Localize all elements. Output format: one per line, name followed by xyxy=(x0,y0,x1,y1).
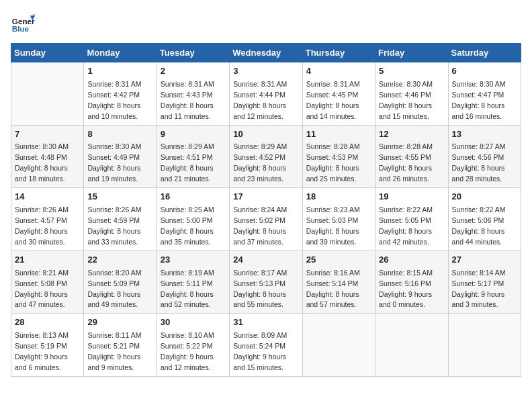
calendar-cell: 3Sunrise: 8:31 AM Sunset: 4:44 PM Daylig… xyxy=(230,62,302,126)
calendar-cell: 26Sunrise: 8:15 AM Sunset: 5:16 PM Dayli… xyxy=(375,250,448,314)
day-number: 8 xyxy=(87,128,152,141)
day-info: Sunrise: 8:31 AM Sunset: 4:43 PM Dayligh… xyxy=(161,80,214,120)
day-number: 2 xyxy=(161,65,226,78)
calendar-cell: 24Sunrise: 8:17 AM Sunset: 5:13 PM Dayli… xyxy=(230,250,302,314)
day-number: 14 xyxy=(15,191,80,203)
calendar-cell: 11Sunrise: 8:28 AM Sunset: 4:53 PM Dayli… xyxy=(302,125,375,188)
day-info: Sunrise: 8:22 AM Sunset: 5:06 PM Dayligh… xyxy=(452,205,506,246)
calendar-cell: 25Sunrise: 8:16 AM Sunset: 5:14 PM Dayli… xyxy=(302,250,375,314)
day-info: Sunrise: 8:30 AM Sunset: 4:49 PM Dayligh… xyxy=(87,142,141,183)
day-info: Sunrise: 8:15 AM Sunset: 5:16 PM Dayligh… xyxy=(379,269,433,309)
calendar-cell xyxy=(448,314,521,377)
day-number: 23 xyxy=(161,254,226,267)
calendar-cell: 10Sunrise: 8:29 AM Sunset: 4:52 PM Dayli… xyxy=(230,125,302,188)
day-number: 5 xyxy=(379,65,444,78)
svg-text:Blue: Blue xyxy=(12,24,30,33)
day-number: 11 xyxy=(306,128,371,141)
day-number: 4 xyxy=(306,65,371,78)
day-info: Sunrise: 8:10 AM Sunset: 5:22 PM Dayligh… xyxy=(161,331,214,371)
calendar-cell: 7Sunrise: 8:30 AM Sunset: 4:48 PM Daylig… xyxy=(11,125,84,188)
day-number: 16 xyxy=(161,191,226,203)
day-info: Sunrise: 8:16 AM Sunset: 5:14 PM Dayligh… xyxy=(306,269,360,309)
day-number: 29 xyxy=(87,316,152,329)
calendar-cell xyxy=(375,314,448,377)
calendar-cell: 21Sunrise: 8:21 AM Sunset: 5:08 PM Dayli… xyxy=(11,250,84,314)
day-info: Sunrise: 8:31 AM Sunset: 4:45 PM Dayligh… xyxy=(306,80,360,120)
header-tuesday: Tuesday xyxy=(157,44,229,62)
day-info: Sunrise: 8:28 AM Sunset: 4:53 PM Dayligh… xyxy=(306,142,360,183)
day-info: Sunrise: 8:29 AM Sunset: 4:51 PM Dayligh… xyxy=(161,142,214,183)
day-number: 20 xyxy=(452,191,517,203)
day-number: 1 xyxy=(87,65,152,78)
day-number: 12 xyxy=(379,128,444,141)
calendar-cell: 19Sunrise: 8:22 AM Sunset: 5:05 PM Dayli… xyxy=(375,188,448,251)
day-number: 13 xyxy=(452,128,517,141)
day-number: 28 xyxy=(15,316,80,329)
day-number: 19 xyxy=(379,191,444,203)
header-sunday: Sunday xyxy=(11,44,84,62)
day-number: 3 xyxy=(233,65,298,78)
calendar-header-row: SundayMondayTuesdayWednesdayThursdayFrid… xyxy=(11,44,521,62)
day-number: 30 xyxy=(161,316,226,329)
calendar-cell: 17Sunrise: 8:24 AM Sunset: 5:02 PM Dayli… xyxy=(230,188,302,251)
day-info: Sunrise: 8:25 AM Sunset: 5:00 PM Dayligh… xyxy=(161,205,214,246)
calendar-cell: 20Sunrise: 8:22 AM Sunset: 5:06 PM Dayli… xyxy=(448,188,521,251)
calendar-cell: 13Sunrise: 8:27 AM Sunset: 4:56 PM Dayli… xyxy=(448,125,521,188)
day-info: Sunrise: 8:19 AM Sunset: 5:11 PM Dayligh… xyxy=(161,269,214,309)
calendar-cell: 22Sunrise: 8:20 AM Sunset: 5:09 PM Dayli… xyxy=(84,250,157,314)
calendar-cell: 12Sunrise: 8:28 AM Sunset: 4:55 PM Dayli… xyxy=(375,125,448,188)
calendar-cell: 4Sunrise: 8:31 AM Sunset: 4:45 PM Daylig… xyxy=(302,62,375,126)
calendar-cell xyxy=(302,314,375,377)
calendar-table: SundayMondayTuesdayWednesdayThursdayFrid… xyxy=(11,43,521,377)
day-info: Sunrise: 8:30 AM Sunset: 4:46 PM Dayligh… xyxy=(379,80,433,120)
day-info: Sunrise: 8:21 AM Sunset: 5:08 PM Dayligh… xyxy=(15,269,69,309)
week-row-2: 7Sunrise: 8:30 AM Sunset: 4:48 PM Daylig… xyxy=(11,125,521,188)
day-info: Sunrise: 8:14 AM Sunset: 5:17 PM Dayligh… xyxy=(452,269,506,309)
day-number: 17 xyxy=(233,191,298,203)
day-number: 15 xyxy=(87,191,152,203)
week-row-4: 21Sunrise: 8:21 AM Sunset: 5:08 PM Dayli… xyxy=(11,250,521,314)
calendar-cell: 9Sunrise: 8:29 AM Sunset: 4:51 PM Daylig… xyxy=(157,125,229,188)
day-info: Sunrise: 8:26 AM Sunset: 4:59 PM Dayligh… xyxy=(87,205,141,246)
header-monday: Monday xyxy=(84,44,157,62)
day-info: Sunrise: 8:22 AM Sunset: 5:05 PM Dayligh… xyxy=(379,205,433,246)
day-info: Sunrise: 8:30 AM Sunset: 4:47 PM Dayligh… xyxy=(452,80,506,120)
day-number: 31 xyxy=(233,316,298,329)
page-header: General Blue xyxy=(11,11,521,35)
day-number: 6 xyxy=(452,65,517,78)
calendar-cell: 6Sunrise: 8:30 AM Sunset: 4:47 PM Daylig… xyxy=(448,62,521,126)
day-number: 21 xyxy=(15,254,80,267)
day-info: Sunrise: 8:13 AM Sunset: 5:19 PM Dayligh… xyxy=(15,331,69,371)
calendar-cell: 2Sunrise: 8:31 AM Sunset: 4:43 PM Daylig… xyxy=(157,62,229,126)
calendar-cell: 15Sunrise: 8:26 AM Sunset: 4:59 PM Dayli… xyxy=(84,188,157,251)
logo: General Blue xyxy=(11,11,35,35)
calendar-cell: 18Sunrise: 8:23 AM Sunset: 5:03 PM Dayli… xyxy=(302,188,375,251)
logo-icon: General Blue xyxy=(11,11,35,35)
day-number: 9 xyxy=(161,128,226,141)
day-info: Sunrise: 8:27 AM Sunset: 4:56 PM Dayligh… xyxy=(452,142,506,183)
calendar-cell: 28Sunrise: 8:13 AM Sunset: 5:19 PM Dayli… xyxy=(11,314,84,377)
calendar-cell: 29Sunrise: 8:11 AM Sunset: 5:21 PM Dayli… xyxy=(84,314,157,377)
calendar-cell: 23Sunrise: 8:19 AM Sunset: 5:11 PM Dayli… xyxy=(157,250,229,314)
header-wednesday: Wednesday xyxy=(230,44,302,62)
day-info: Sunrise: 8:09 AM Sunset: 5:24 PM Dayligh… xyxy=(233,331,287,371)
week-row-3: 14Sunrise: 8:26 AM Sunset: 4:57 PM Dayli… xyxy=(11,188,521,251)
day-number: 27 xyxy=(452,254,517,267)
day-number: 10 xyxy=(233,128,298,141)
calendar-cell: 27Sunrise: 8:14 AM Sunset: 5:17 PM Dayli… xyxy=(448,250,521,314)
calendar-cell: 5Sunrise: 8:30 AM Sunset: 4:46 PM Daylig… xyxy=(375,62,448,126)
calendar-cell: 30Sunrise: 8:10 AM Sunset: 5:22 PM Dayli… xyxy=(157,314,229,377)
day-number: 22 xyxy=(87,254,152,267)
day-info: Sunrise: 8:28 AM Sunset: 4:55 PM Dayligh… xyxy=(379,142,433,183)
calendar-cell: 1Sunrise: 8:31 AM Sunset: 4:42 PM Daylig… xyxy=(84,62,157,126)
week-row-1: 1Sunrise: 8:31 AM Sunset: 4:42 PM Daylig… xyxy=(11,62,521,126)
calendar-cell: 16Sunrise: 8:25 AM Sunset: 5:00 PM Dayli… xyxy=(157,188,229,251)
day-info: Sunrise: 8:30 AM Sunset: 4:48 PM Dayligh… xyxy=(15,142,69,183)
day-info: Sunrise: 8:29 AM Sunset: 4:52 PM Dayligh… xyxy=(233,142,287,183)
calendar-cell: 8Sunrise: 8:30 AM Sunset: 4:49 PM Daylig… xyxy=(84,125,157,188)
day-number: 18 xyxy=(306,191,371,203)
header-thursday: Thursday xyxy=(302,44,375,62)
day-number: 26 xyxy=(379,254,444,267)
day-info: Sunrise: 8:23 AM Sunset: 5:03 PM Dayligh… xyxy=(306,205,360,246)
day-info: Sunrise: 8:26 AM Sunset: 4:57 PM Dayligh… xyxy=(15,205,69,246)
